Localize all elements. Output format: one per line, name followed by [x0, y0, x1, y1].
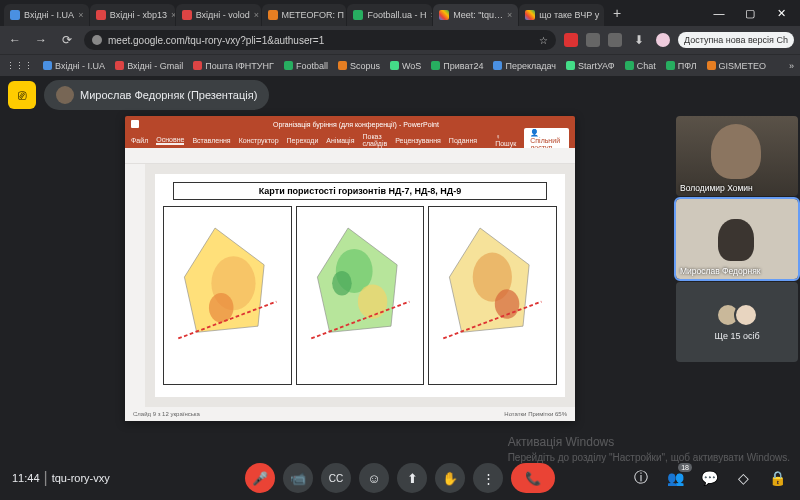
captions-button[interactable]: CC — [321, 463, 351, 493]
browser-tab-active[interactable]: Meet: "tqu…× — [433, 4, 518, 26]
favicon — [96, 10, 106, 20]
bookmark-item[interactable]: GISMETEO — [707, 61, 767, 71]
ppt-tab[interactable]: Подання — [449, 137, 477, 144]
map-panel-nd8 — [296, 206, 425, 385]
window-close[interactable]: ✕ — [766, 0, 796, 26]
profile-avatar[interactable] — [656, 33, 670, 47]
ppt-tab[interactable]: Конструктор — [239, 137, 279, 144]
tab-label: Вхідні - volod — [196, 10, 250, 20]
ppt-search[interactable]: ♀ Пошук — [495, 133, 516, 147]
more-participants-tile[interactable]: Ще 15 осіб — [676, 282, 798, 362]
ppt-tab[interactable]: Основне — [156, 136, 184, 145]
ppt-slide: Карти пористості горизонтів НД-7, НД-8, … — [155, 174, 565, 397]
bookmark-star-icon[interactable]: ☆ — [539, 35, 548, 46]
tab-close-icon[interactable]: × — [254, 10, 259, 20]
nav-forward-icon[interactable]: → — [32, 31, 50, 49]
bookmark-item[interactable]: Пошта ІФНТУНГ — [193, 61, 274, 71]
tab-close-icon[interactable]: × — [507, 10, 512, 20]
ppt-title-bar: Організація буріння (для конференції) - … — [125, 116, 575, 132]
ppt-ribbon-toolbar — [125, 148, 575, 164]
extension-icon[interactable] — [608, 33, 622, 47]
browser-tab[interactable]: Вхідні - volod× — [176, 4, 261, 26]
bookmark-item[interactable]: Вхідні - I.UA — [43, 61, 105, 71]
nav-back-icon[interactable]: ← — [6, 31, 24, 49]
ppt-tab[interactable]: Файл — [131, 137, 148, 144]
host-controls-icon[interactable]: 🔒 — [766, 467, 788, 489]
new-tab-button[interactable]: + — [605, 5, 629, 21]
ppt-logo-icon — [131, 120, 139, 128]
tab-close-icon[interactable]: × — [603, 10, 604, 20]
apps-icon[interactable]: ⋮⋮⋮ — [6, 61, 33, 71]
bookmark-item[interactable]: Перекладач — [493, 61, 556, 71]
slide-title: Карти пористості горизонтів НД-7, НД-8, … — [173, 182, 547, 200]
browser-tab[interactable]: що таке ВЧР у× — [519, 4, 604, 26]
ppt-thumbnails-pane[interactable] — [125, 164, 145, 407]
bookmark-item[interactable]: Вхідні - Gmail — [115, 61, 183, 71]
browser-tab[interactable]: Вхідні - xbp13× — [90, 4, 175, 26]
tab-close-icon[interactable]: × — [171, 10, 175, 20]
powerpoint-window: Організація буріння (для конференції) - … — [125, 116, 575, 421]
tab-label: Football.ua - Н — [367, 10, 426, 20]
bookmark-item[interactable]: Scopus — [338, 61, 380, 71]
participant-name: Мирослав Федорняк — [680, 266, 761, 276]
browser-tab[interactable]: Вхідні - I.UA× — [4, 4, 89, 26]
tab-label: METEOFOR: П — [282, 10, 344, 20]
bookmark-overflow-icon[interactable]: » — [789, 61, 794, 71]
ppt-ribbon-tabs: Файл Основне Вставлення Конструктор Пере… — [125, 132, 575, 148]
browser-tab-strip: Вхідні - I.UA× Вхідні - xbp13× Вхідні - … — [0, 0, 800, 26]
presentation-chip-icon[interactable]: ⎚ — [8, 81, 36, 109]
bookmark-item[interactable]: Приват24 — [431, 61, 483, 71]
chat-icon[interactable]: 💬 — [698, 467, 720, 489]
ppt-status-bar: Слайд 9 з 12 українська Нотатки Примітки… — [125, 407, 575, 421]
people-icon[interactable]: 👥18 — [664, 467, 686, 489]
meet-control-bar: 11:44 | tqu-rory-vxy 🎤 📹 CC ☺ ⬆ ✋ ⋮ 📞 ⓘ … — [0, 456, 800, 500]
window-minimize[interactable]: — — [704, 0, 734, 26]
bookmark-item[interactable]: Chat — [625, 61, 656, 71]
people-count-badge: 18 — [678, 463, 692, 472]
nav-reload-icon[interactable]: ⟳ — [58, 31, 76, 49]
bookmark-item[interactable]: StartУАФ — [566, 61, 615, 71]
update-chrome-button[interactable]: Доступна нова версія Ch — [678, 32, 794, 48]
camera-button[interactable]: 📹 — [283, 463, 313, 493]
participant-strip: Володимир Хомин Мирослав Федорняк Ще 15 … — [676, 116, 798, 362]
reactions-button[interactable]: ☺ — [359, 463, 389, 493]
browser-tab[interactable]: Football.ua - Н× — [347, 4, 432, 26]
bookmark-item[interactable]: Football — [284, 61, 328, 71]
activities-icon[interactable]: ◇ — [732, 467, 754, 489]
more-options-button[interactable]: ⋮ — [473, 463, 503, 493]
meeting-info-icon[interactable]: ⓘ — [630, 467, 652, 489]
ppt-tab[interactable]: Показ слайдів — [362, 133, 387, 147]
browser-tab[interactable]: METEOFOR: П× — [262, 4, 347, 26]
participant-tile[interactable]: Володимир Хомин — [676, 116, 798, 196]
url-text: meet.google.com/tqu-rory-vxy?pli=1&authu… — [108, 35, 324, 46]
tab-close-icon[interactable]: × — [430, 10, 432, 20]
url-field[interactable]: meet.google.com/tqu-rory-vxy?pli=1&authu… — [84, 30, 556, 50]
ppt-tab[interactable]: Вставлення — [192, 137, 230, 144]
mic-button[interactable]: 🎤 — [245, 463, 275, 493]
window-maximize[interactable]: ▢ — [735, 0, 765, 26]
address-bar: ← → ⟳ meet.google.com/tqu-rory-vxy?pli=1… — [0, 26, 800, 54]
bookmark-item[interactable]: ПФЛ — [666, 61, 697, 71]
meeting-clock: 11:44 — [12, 472, 40, 484]
end-call-button[interactable]: 📞 — [511, 463, 555, 493]
svg-point-6 — [358, 284, 387, 318]
bookmark-item[interactable]: WoS — [390, 61, 421, 71]
main-presentation-area: Організація буріння (для конференції) - … — [30, 116, 670, 452]
favicon — [268, 10, 278, 20]
tab-label: Meet: "tqu… — [453, 10, 503, 20]
favicon — [353, 10, 363, 20]
map-panel-nd7 — [163, 206, 292, 385]
svg-point-7 — [332, 271, 352, 296]
ppt-tab[interactable]: Анімація — [326, 137, 354, 144]
favicon — [10, 10, 20, 20]
tab-close-icon[interactable]: × — [78, 10, 83, 20]
extension-icon[interactable] — [564, 33, 578, 47]
raise-hand-button[interactable]: ✋ — [435, 463, 465, 493]
participant-tile-speaking[interactable]: Мирослав Федорняк — [676, 199, 798, 279]
downloads-icon[interactable]: ⬇ — [630, 31, 648, 49]
ppt-tab[interactable]: Переходи — [287, 137, 319, 144]
presenter-pill[interactable]: Мирослав Федорняк (Презентація) — [44, 80, 269, 110]
present-button[interactable]: ⬆ — [397, 463, 427, 493]
extension-icon[interactable] — [586, 33, 600, 47]
ppt-tab[interactable]: Рецензування — [395, 137, 441, 144]
